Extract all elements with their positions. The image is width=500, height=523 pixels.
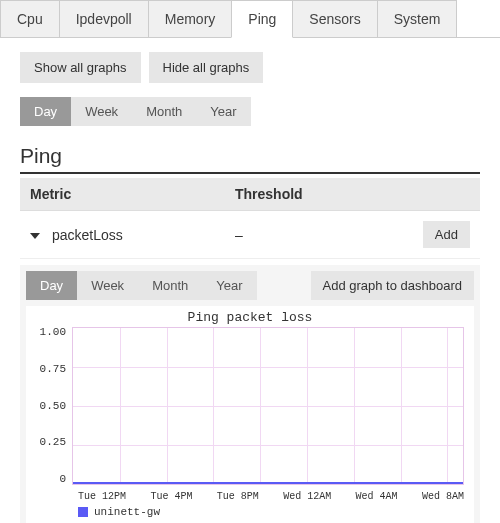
col-head-threshold: Threshold <box>235 186 410 202</box>
tab-system[interactable]: System <box>377 0 458 37</box>
ytick: 0 <box>32 474 66 485</box>
threshold-value: – <box>235 227 410 243</box>
metric-toggle[interactable]: packetLoss <box>30 227 235 243</box>
ytick: 0.50 <box>32 401 66 412</box>
table-header: Metric Threshold <box>20 178 480 211</box>
tab-memory[interactable]: Memory <box>148 0 233 37</box>
range-outer-month[interactable]: Month <box>132 97 196 126</box>
xtick: Wed 12AM <box>283 491 331 502</box>
hide-all-button[interactable]: Hide all graphs <box>149 52 264 83</box>
chevron-down-icon <box>30 233 40 239</box>
range-outer-year[interactable]: Year <box>196 97 250 126</box>
table-row: packetLoss – Add <box>20 211 480 259</box>
show-all-button[interactable]: Show all graphs <box>20 52 141 83</box>
y-axis: 1.00 0.75 0.50 0.25 0 <box>28 327 72 485</box>
tab-content: Show all graphs Hide all graphs Day Week… <box>0 38 500 523</box>
showhide-controls: Show all graphs Hide all graphs <box>20 52 480 83</box>
metric-name: packetLoss <box>52 227 123 243</box>
chart-legend: uninett-gw <box>78 506 472 518</box>
range-inner-month[interactable]: Month <box>138 271 202 300</box>
chart-title: Ping packet loss <box>28 310 472 325</box>
col-head-metric: Metric <box>30 186 235 202</box>
ytick: 0.25 <box>32 437 66 448</box>
ytick: 1.00 <box>32 327 66 338</box>
xtick: Tue 4PM <box>150 491 192 502</box>
tab-cpu[interactable]: Cpu <box>0 0 60 37</box>
xtick: Wed 4AM <box>356 491 398 502</box>
add-dashboard-button[interactable]: Add graph to dashboard <box>311 271 475 300</box>
range-inner-week[interactable]: Week <box>77 271 138 300</box>
graph-panel: Day Week Month Year Add graph to dashboa… <box>20 265 480 523</box>
section-title: Ping <box>20 144 480 174</box>
legend-swatch <box>78 507 88 517</box>
tab-ipdevpoll[interactable]: Ipdevpoll <box>59 0 149 37</box>
tab-sensors[interactable]: Sensors <box>292 0 377 37</box>
range-inner: Day Week Month Year <box>26 271 257 300</box>
add-threshold-button[interactable]: Add <box>423 221 470 248</box>
range-outer-day[interactable]: Day <box>20 97 71 126</box>
tab-bar: Cpu Ipdevpoll Memory Ping Sensors System <box>0 0 500 38</box>
tab-ping[interactable]: Ping <box>231 0 293 38</box>
x-axis: Tue 12PM Tue 4PM Tue 8PM Wed 12AM Wed 4A… <box>78 491 464 502</box>
legend-label: uninett-gw <box>94 506 160 518</box>
range-inner-year[interactable]: Year <box>202 271 256 300</box>
xtick: Tue 12PM <box>78 491 126 502</box>
ytick: 0.75 <box>32 364 66 375</box>
plot-area <box>72 327 464 485</box>
range-outer-week[interactable]: Week <box>71 97 132 126</box>
series-line <box>73 482 463 484</box>
xtick: Tue 8PM <box>217 491 259 502</box>
range-inner-day[interactable]: Day <box>26 271 77 300</box>
chart: Ping packet loss 1.00 0.75 0.50 0.25 0 <box>26 306 474 523</box>
xtick: Wed 8AM <box>422 491 464 502</box>
range-outer: Day Week Month Year <box>20 97 251 126</box>
